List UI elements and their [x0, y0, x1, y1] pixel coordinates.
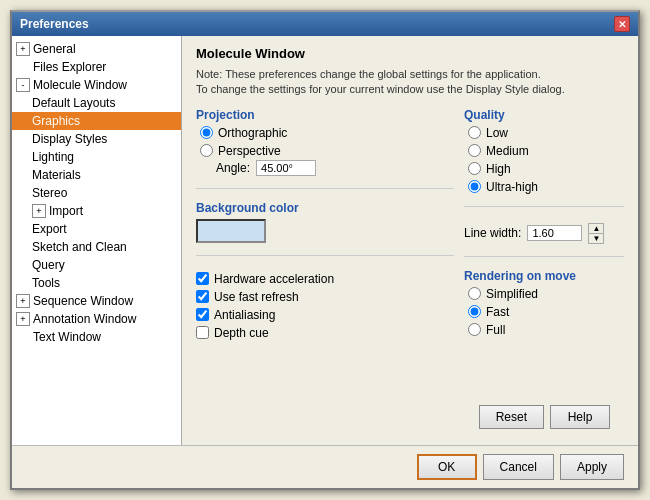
quality-group: Quality Low Medium: [464, 108, 624, 194]
radio-low-label: Low: [486, 126, 508, 140]
check-depth-cue[interactable]: Depth cue: [196, 326, 454, 340]
radio-medium-label: Medium: [486, 144, 529, 158]
sidebar-item-tools[interactable]: Tools: [12, 274, 181, 292]
expand-icon[interactable]: +: [32, 204, 46, 218]
help-button[interactable]: Help: [550, 405, 610, 429]
check-antialiasing-input[interactable]: [196, 308, 209, 321]
rendering-group: Rendering on move Simplified Fast: [464, 269, 624, 337]
angle-label: Angle:: [216, 161, 250, 175]
radio-medium-input[interactable]: [468, 144, 481, 157]
sidebar-item-annotation-window[interactable]: + Annotation Window: [12, 310, 181, 328]
radio-fast-input[interactable]: [468, 305, 481, 318]
radio-high-input[interactable]: [468, 162, 481, 175]
sidebar-item-materials[interactable]: Materials: [12, 166, 181, 184]
right-panel: Quality Low Medium: [464, 108, 624, 397]
bottom-buttons: OK Cancel Apply: [12, 445, 638, 488]
check-fast-refresh-input[interactable]: [196, 290, 209, 303]
sidebar-item-lighting[interactable]: Lighting: [12, 148, 181, 166]
check-fast-refresh[interactable]: Use fast refresh: [196, 290, 454, 304]
panels-row: Projection Orthographic Perspective: [196, 108, 624, 397]
sidebar-item-display-styles[interactable]: Display Styles: [12, 130, 181, 148]
check-antialiasing-label: Antialiasing: [214, 308, 275, 322]
projection-label: Projection: [196, 108, 454, 122]
radio-full-label: Full: [486, 323, 505, 337]
radio-high-label: High: [486, 162, 511, 176]
sidebar-item-query[interactable]: Query: [12, 256, 181, 274]
radio-full-input[interactable]: [468, 323, 481, 336]
apply-button[interactable]: Apply: [560, 454, 624, 480]
note-text: Note: These preferences change the globa…: [196, 67, 624, 98]
sidebar-label: Tools: [32, 276, 60, 290]
background-color-picker[interactable]: [196, 219, 266, 243]
close-button[interactable]: ✕: [614, 16, 630, 32]
radio-fast-label: Fast: [486, 305, 509, 319]
line-width-label: Line width:: [464, 226, 521, 240]
sidebar-item-export[interactable]: Export: [12, 220, 181, 238]
line-width-spinner[interactable]: ▲ ▼: [588, 223, 604, 244]
sidebar-label: Sketch and Clean: [32, 240, 127, 254]
radio-ultra-high[interactable]: Ultra-high: [468, 180, 624, 194]
sidebar-item-graphics[interactable]: Graphics: [12, 112, 181, 130]
reset-button[interactable]: Reset: [479, 405, 544, 429]
check-hw-accel-input[interactable]: [196, 272, 209, 285]
rendering-radios: Simplified Fast Full: [468, 287, 624, 337]
radio-orthographic[interactable]: Orthographic: [200, 126, 454, 140]
check-depth-cue-input[interactable]: [196, 326, 209, 339]
sidebar-item-sequence-window[interactable]: + Sequence Window: [12, 292, 181, 310]
radio-simplified-input[interactable]: [468, 287, 481, 300]
sidebar-item-molecule-window[interactable]: - Molecule Window: [12, 76, 181, 94]
checkboxes-group: Hardware acceleration Use fast refresh A…: [196, 272, 454, 340]
sidebar-item-text-window[interactable]: Text Window: [12, 328, 181, 346]
spinner-up[interactable]: ▲: [589, 224, 603, 234]
background-color-label: Background color: [196, 201, 454, 215]
sidebar-item-files-explorer[interactable]: Files Explorer: [12, 58, 181, 76]
projection-group: Projection Orthographic Perspective: [196, 108, 454, 176]
sidebar-label: Display Styles: [32, 132, 107, 146]
sidebar-item-default-layouts[interactable]: Default Layouts: [12, 94, 181, 112]
radio-orthographic-input[interactable]: [200, 126, 213, 139]
sidebar-item-sketch-clean[interactable]: Sketch and Clean: [12, 238, 181, 256]
ok-button[interactable]: OK: [417, 454, 477, 480]
radio-medium[interactable]: Medium: [468, 144, 624, 158]
check-hw-accel[interactable]: Hardware acceleration: [196, 272, 454, 286]
divider4: [464, 256, 624, 257]
sidebar-label: Stereo: [32, 186, 67, 200]
sidebar-item-import[interactable]: + Import: [12, 202, 181, 220]
radio-ultra-high-label: Ultra-high: [486, 180, 538, 194]
radio-perspective[interactable]: Perspective: [200, 144, 454, 158]
rendering-label: Rendering on move: [464, 269, 624, 283]
divider3: [464, 206, 624, 207]
radio-simplified[interactable]: Simplified: [468, 287, 624, 301]
expand-icon[interactable]: +: [16, 312, 30, 326]
projection-radios: Orthographic Perspective: [200, 126, 454, 158]
sidebar-label: Lighting: [32, 150, 74, 164]
line-width-row: Line width: ▲ ▼: [464, 223, 624, 244]
check-hw-accel-label: Hardware acceleration: [214, 272, 334, 286]
angle-row: Angle:: [216, 160, 454, 176]
sidebar-item-general[interactable]: + General: [12, 40, 181, 58]
sidebar: + General Files Explorer - Molecule Wind…: [12, 36, 182, 445]
expand-icon[interactable]: -: [16, 78, 30, 92]
check-antialiasing[interactable]: Antialiasing: [196, 308, 454, 322]
content-area: Molecule Window Note: These preferences …: [182, 36, 638, 445]
radio-ultra-high-input[interactable]: [468, 180, 481, 193]
radio-low-input[interactable]: [468, 126, 481, 139]
divider1: [196, 188, 454, 189]
sidebar-item-stereo[interactable]: Stereo: [12, 184, 181, 202]
cancel-button[interactable]: Cancel: [483, 454, 554, 480]
radio-full[interactable]: Full: [468, 323, 624, 337]
dialog-title: Preferences: [20, 17, 89, 31]
sidebar-label: General: [33, 42, 76, 56]
left-panel: Projection Orthographic Perspective: [196, 108, 454, 397]
radio-perspective-label: Perspective: [218, 144, 281, 158]
spinner-down[interactable]: ▼: [589, 234, 603, 243]
expand-icon[interactable]: +: [16, 294, 30, 308]
radio-fast[interactable]: Fast: [468, 305, 624, 319]
angle-input[interactable]: [256, 160, 316, 176]
radio-low[interactable]: Low: [468, 126, 624, 140]
right-buttons: OK Cancel Apply: [417, 454, 624, 480]
expand-icon[interactable]: +: [16, 42, 30, 56]
radio-high[interactable]: High: [468, 162, 624, 176]
radio-perspective-input[interactable]: [200, 144, 213, 157]
line-width-input[interactable]: [527, 225, 582, 241]
